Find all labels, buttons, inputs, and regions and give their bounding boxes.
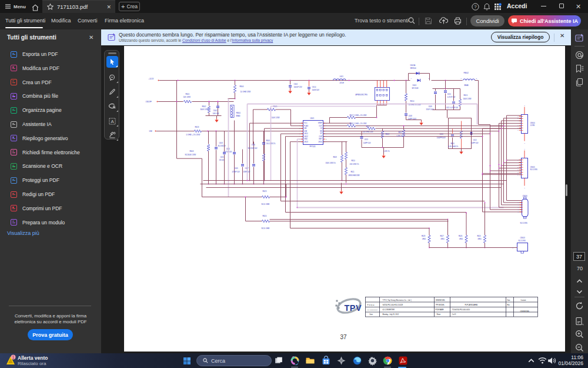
svg-text:C614: C614 <box>312 86 316 88</box>
svg-text:BEAD: BEAD <box>465 84 469 87</box>
svg-text:C609: C609 <box>429 105 433 108</box>
svg-text:R614: R614 <box>410 100 415 102</box>
svg-text:1: 1 <box>461 78 462 79</box>
svg-text:OEM MODEL: OEM MODEL <box>436 299 446 301</box>
svg-text:Rev: Rev <box>507 304 510 306</box>
svg-text:C613: C613 <box>365 138 369 141</box>
svg-text:NC/0 OHM: NC/0 OHM <box>262 227 270 230</box>
svg-text:U601: U601 <box>310 117 315 120</box>
svg-text:NC/220N 50V: NC/220N 50V <box>248 147 258 150</box>
svg-text:0.1R 1%: 0.1R 1% <box>384 150 390 152</box>
svg-text:C615: C615 <box>220 156 225 158</box>
svg-text:FB601: FB601 <box>236 112 241 114</box>
svg-text:R609: R609 <box>333 156 338 158</box>
svg-text:ON/OFF: ON/OFF <box>146 101 152 103</box>
svg-text:1: 1 <box>517 211 518 213</box>
svg-text:R626: R626 <box>459 235 463 237</box>
svg-text:R618: R618 <box>195 126 199 128</box>
svg-text:PF7024: PF7024 <box>310 145 316 148</box>
svg-text:R616: R616 <box>451 142 455 145</box>
svg-text:R625: R625 <box>477 235 482 237</box>
svg-text:33NF 50V: 33NF 50V <box>243 171 250 173</box>
svg-text:DIM: DIM <box>304 130 308 132</box>
svg-text:R613: R613 <box>386 133 390 135</box>
svg-text:APM8003KC7RG: APM8003KC7RG <box>356 94 368 96</box>
svg-text:NC/CONN: NC/CONN <box>530 168 537 171</box>
svg-text:SR8100: SR8100 <box>410 67 417 69</box>
svg-text:CN603: CN603 <box>520 237 526 239</box>
svg-text:20K 1/8W 1%: 20K 1/8W 1% <box>350 163 360 165</box>
svg-text:470NF 50V: 470NF 50V <box>232 171 240 173</box>
svg-text:OUT: OUT <box>319 125 322 127</box>
svg-text:10 OHM 1/8W: 10 OHM 1/8W <box>240 91 251 93</box>
svg-text:EN: EN <box>320 130 322 132</box>
svg-text:1: 1 <box>411 78 412 79</box>
svg-text:0 OHM +-5% 1/8W: 0 OHM +-5% 1/8W <box>186 134 201 136</box>
svg-text:37: 37 <box>340 334 348 340</box>
svg-text:0: 0 <box>524 105 525 106</box>
svg-text:型 號 名 稱: 型 號 名 稱 <box>368 304 375 306</box>
svg-text:FB602: FB602 <box>464 72 469 74</box>
svg-text:0R05: 0R05 <box>478 238 482 240</box>
svg-text:C612: C612 <box>473 139 477 141</box>
svg-text:1N 50V: 1N 50V <box>219 159 225 161</box>
svg-text:NC/0 OHM: NC/0 OHM <box>262 203 270 205</box>
svg-text:R624: R624 <box>263 215 267 217</box>
svg-text:47UH: 47UH <box>340 82 344 84</box>
svg-text:R615: R615 <box>464 94 468 97</box>
svg-text:DIM: DIM <box>149 130 153 132</box>
svg-text:ODM MODEL: ODM MODEL <box>520 310 530 313</box>
svg-text:D601A: D601A <box>410 64 416 67</box>
svg-text:10N 50V: 10N 50V <box>213 112 219 115</box>
svg-text:R603: R603 <box>190 150 194 152</box>
svg-text:C601: C601 <box>294 83 298 85</box>
svg-text:0.1R 1%: 0.1R 1% <box>397 135 403 137</box>
svg-text:R604: R604 <box>240 85 244 88</box>
svg-text:0R05: 0R05 <box>459 238 463 240</box>
svg-text:LED2: LED2 <box>304 135 308 138</box>
svg-text:D601: D601 <box>413 84 417 87</box>
svg-text:OVP: OVP <box>319 135 322 138</box>
svg-text:TPV: TPV <box>345 303 362 313</box>
svg-text:0.47UF 50V: 0.47UF 50V <box>447 96 456 98</box>
svg-text:2: 2 <box>326 138 327 140</box>
svg-text:VCC: VCC <box>304 122 308 124</box>
svg-text:3: 3 <box>517 207 518 208</box>
svg-text:TPV MODEL: TPV MODEL <box>436 304 445 306</box>
svg-text:0R05: 0R05 <box>422 238 426 240</box>
svg-text:R617: R617 <box>366 125 370 128</box>
svg-text:Sheet: Sheet <box>437 313 441 316</box>
svg-text:FLAG: FLAG <box>304 125 308 127</box>
svg-text:BEAD: BEAD <box>236 115 240 117</box>
svg-text:CN606: CN606 <box>523 195 528 197</box>
svg-text:R612: R612 <box>399 131 403 134</box>
svg-text:6.2K OHM 1%: 6.2K OHM 1% <box>449 145 459 148</box>
svg-text:R611: R611 <box>351 171 355 173</box>
svg-text:C603: C603 <box>219 142 223 144</box>
svg-text:G4744-P01-000-H10-110128: G4744-P01-000-H10-110128 <box>383 304 403 306</box>
svg-text:PLPCA9361AHB4: PLPCA9361AHB4 <box>465 304 478 306</box>
svg-text:CONN: CONN <box>530 124 535 127</box>
svg-text:GND: GND <box>304 138 308 140</box>
svg-text:C602: C602 <box>213 110 218 112</box>
svg-text:CN604: CN604 <box>530 122 536 124</box>
svg-text:5: 5 <box>517 202 518 203</box>
svg-text:C608: C608 <box>409 115 413 117</box>
svg-text:6: 6 <box>517 116 519 117</box>
svg-text:ISET: ISET <box>319 138 322 140</box>
svg-text:2: 2 <box>476 78 477 79</box>
svg-text:NC/CONN: NC/CONN <box>520 222 527 224</box>
svg-text:100PF 50V: 100PF 50V <box>471 142 479 144</box>
svg-text:Monday , July 23, 2012: Monday , July 23, 2012 <box>383 313 399 316</box>
svg-text:0: 0 <box>517 130 519 131</box>
svg-text:R601: R601 <box>186 93 190 95</box>
svg-text:100N 50V: 100N 50V <box>312 89 320 91</box>
svg-text:R606: R606 <box>266 140 270 142</box>
svg-text:NC/300K 1/8W: NC/300K 1/8W <box>185 154 196 156</box>
svg-text:C605: C605 <box>235 167 239 170</box>
svg-text:CS: CS <box>320 127 322 130</box>
svg-text:LED1: LED1 <box>304 132 308 135</box>
svg-text:LED4: LED4 <box>318 141 322 143</box>
svg-text:LED3: LED3 <box>304 141 308 143</box>
svg-text:0R39OHM/1/8W: 0R39OHM/1/8W <box>349 174 360 177</box>
